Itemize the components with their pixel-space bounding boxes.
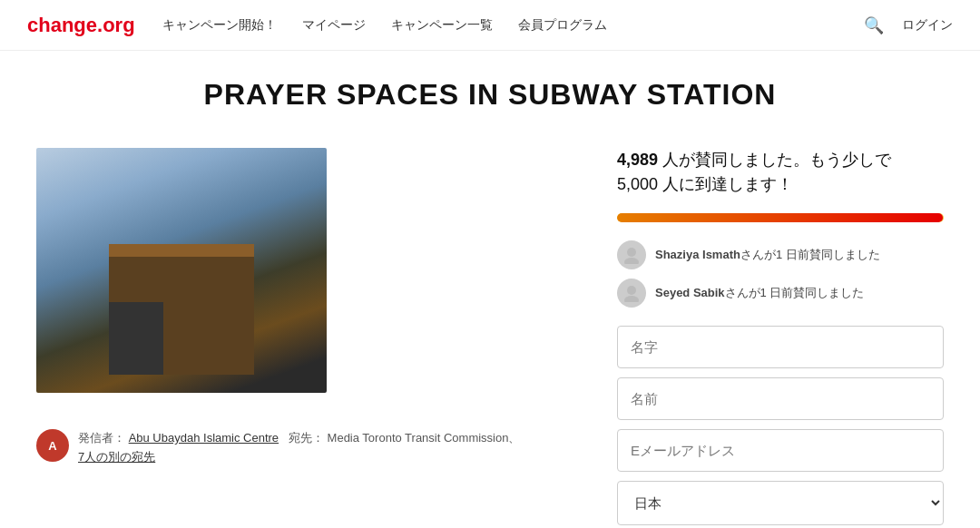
main-content: PRAYER SPACES IN SUBWAY STATION A 発信者： A… bbox=[0, 51, 980, 528]
nav-membership[interactable]: 会員プログラム bbox=[518, 17, 607, 34]
right-column: 4,989 人が賛同しました。もう少しで 5,000 人に到達します！ Shaz… bbox=[617, 148, 944, 528]
creator-avatar: A bbox=[36, 429, 69, 462]
supporter-item: Shaziya Ismathさんが1 日前賛同しました bbox=[617, 240, 944, 269]
svg-point-3 bbox=[624, 296, 639, 302]
dest-prefix: 宛先： bbox=[289, 431, 324, 445]
creator-org-link[interactable]: Abu Ubaydah Islamic Centre bbox=[129, 431, 279, 445]
supporter-avatar-1 bbox=[617, 240, 646, 269]
first-name-input[interactable] bbox=[617, 377, 944, 420]
nav-campaign-list[interactable]: キャンペーン一覧 bbox=[391, 17, 493, 34]
site-header: change.org キャンペーン開始！ マイページ キャンペーン一覧 会員プロ… bbox=[0, 0, 980, 51]
nav-start-campaign[interactable]: キャンペーン開始！ bbox=[162, 17, 277, 34]
search-icon[interactable]: 🔍 bbox=[864, 15, 884, 35]
site-logo[interactable]: change.org bbox=[27, 14, 135, 37]
dest-name: Media Toronto Transit Commission、 bbox=[328, 431, 521, 445]
signatures-count: 4,989 bbox=[617, 151, 658, 169]
email-input[interactable] bbox=[617, 429, 944, 472]
left-column: A 発信者： Abu Ubaydah Islamic Centre 宛先： Me… bbox=[36, 148, 581, 467]
creator-row: A 発信者： Abu Ubaydah Islamic Centre 宛先： Me… bbox=[36, 429, 520, 467]
creator-prefix: 発信者： bbox=[78, 431, 125, 445]
creator-info: 発信者： Abu Ubaydah Islamic Centre 宛先： Medi… bbox=[78, 429, 520, 467]
supporter-text-1: Shaziya Ismathさんが1 日前賛同しました bbox=[655, 247, 880, 263]
signatures-text: 4,989 人が賛同しました。もう少しで 5,000 人に到達します！ bbox=[617, 148, 944, 197]
signatures-suffix: 人が賛同しました。もう少しで bbox=[658, 151, 891, 169]
svg-point-2 bbox=[627, 286, 636, 295]
main-nav: キャンペーン開始！ マイページ キャンペーン一覧 会員プログラム bbox=[162, 17, 837, 34]
last-name-input[interactable] bbox=[617, 326, 944, 368]
supporters-list: Shaziya Ismathさんが1 日前賛同しました Seyed Sabikさ… bbox=[617, 240, 944, 308]
supporter-text-2: Seyed Sabikさんが1 日前賛同しました bbox=[655, 285, 864, 301]
svg-point-1 bbox=[624, 258, 639, 264]
login-button[interactable]: ログイン bbox=[902, 17, 953, 34]
header-actions: 🔍 ログイン bbox=[864, 15, 953, 35]
svg-point-0 bbox=[627, 248, 636, 257]
country-select[interactable]: 日本 bbox=[617, 481, 944, 525]
supporter-item: Seyed Sabikさんが1 日前賛同しました bbox=[617, 279, 944, 308]
petition-image bbox=[36, 148, 327, 393]
goal-text: 5,000 人に到達します！ bbox=[617, 175, 793, 193]
petition-title: PRAYER SPACES IN SUBWAY STATION bbox=[204, 78, 777, 112]
progress-bar-fill bbox=[617, 213, 943, 222]
progress-bar bbox=[617, 213, 944, 222]
supporter-avatar-2 bbox=[617, 279, 646, 308]
petition-form: 日本 bbox=[617, 326, 944, 528]
dest-extra-link[interactable]: 7人の別の宛先 bbox=[78, 450, 155, 464]
nav-my-page[interactable]: マイページ bbox=[302, 17, 366, 34]
content-row: A 発信者： Abu Ubaydah Islamic Centre 宛先： Me… bbox=[18, 148, 962, 528]
